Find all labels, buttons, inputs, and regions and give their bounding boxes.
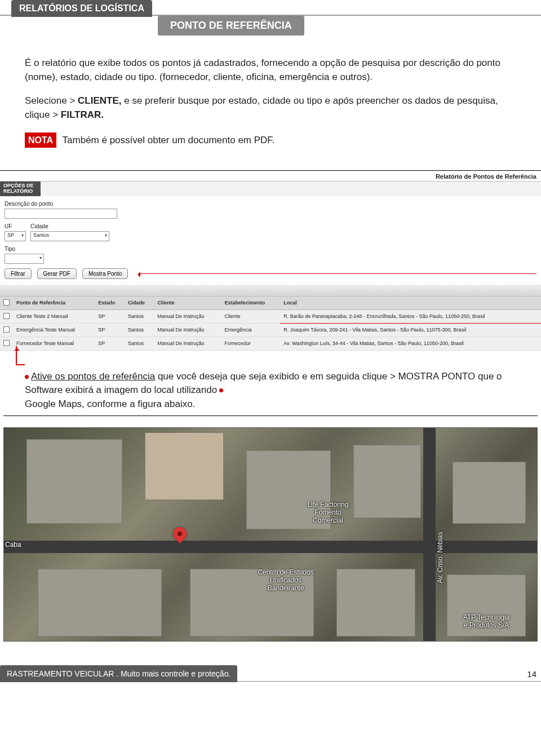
col-cidade: Cidade [125, 296, 154, 310]
map-building [336, 569, 415, 636]
map-building [26, 439, 122, 524]
cell-local: R. Barão de Paranapiacaba, 2-248 - Encru… [280, 310, 541, 323]
nota-badge: NOTA [25, 132, 56, 148]
map-screenshot: Caba Life FactoringFomentoComercial Cent… [3, 427, 538, 642]
map-label-caba: Caba [5, 541, 21, 549]
table-row: Fornecedor Teste Manual SP Santos Manual… [0, 337, 541, 350]
select-cidade-value: Santos [31, 231, 51, 239]
spacer-gradient [0, 285, 541, 296]
map-building [38, 569, 162, 636]
cell-local: R. Joaquim Távora, 209-241 - Vila Matias… [280, 323, 541, 337]
mostra-ponto-button[interactable]: Mostra Ponto [82, 268, 128, 279]
label-uf: UF [5, 223, 26, 229]
cell-ponto: Cliente Teste 2 Manual [13, 310, 95, 323]
bullet-icon [219, 388, 223, 392]
annotation-underline: Ative os pontos de referência [31, 371, 155, 382]
cell-cliente: Manual De Instrução [154, 310, 221, 323]
map-label-life-factoring: Life FactoringFomentoComercial [297, 501, 359, 524]
screenshot-report-panel: Relatório de Pontos de Referência OPÇÕES… [0, 170, 541, 351]
map-building [453, 462, 526, 524]
results-table: Ponto de Referência Estado Cidade Client… [0, 296, 541, 351]
col-ponto: Ponto de Referência [13, 296, 95, 310]
cell-estab: Fornecedor [221, 337, 281, 350]
panel-title: Relatório de Pontos de Referência [0, 171, 541, 182]
checkbox-all[interactable] [3, 299, 10, 306]
filter-area: Descrição do ponto UF SP Cidade Santos T… [0, 196, 541, 285]
select-uf-value: SP [5, 231, 16, 239]
footer-page-number: 14 [527, 669, 536, 679]
select-tipo[interactable] [5, 254, 44, 264]
cell-cliente: Manual De Instrução [154, 337, 221, 350]
table-header-row: Ponto de Referência Estado Cidade Client… [0, 296, 541, 310]
row-checkbox[interactable] [3, 326, 10, 333]
cell-estado: SP [95, 323, 125, 337]
cell-estab: Emergência [221, 323, 281, 337]
annotation-rule [3, 415, 538, 416]
map-building [145, 432, 224, 500]
paragraph-2: Selecione > CLIENTE, e se preferir busqu… [25, 94, 516, 122]
select-uf[interactable]: SP [5, 231, 26, 241]
label-tipo: Tipo [5, 246, 44, 252]
opcoes-relatorio-label: OPÇÕES DE RELATÓRIO [0, 182, 41, 196]
annotation-rest2: Google Maps, conforme a figura abaixo. [25, 399, 195, 409]
label-cidade: Cidade [30, 223, 109, 229]
callout-arrow-up-wrap [0, 351, 541, 368]
cell-cliente: Manual De Instrução [154, 323, 221, 337]
p2-bold1: CLIENTE, [78, 95, 121, 106]
nota-text: Também é possível obter um documento em … [60, 135, 274, 145]
footer-text: RASTREAMENTO VEICULAR . Muito mais contr… [0, 665, 237, 682]
cell-cidade: Santos [125, 310, 154, 323]
cell-estado: SP [95, 337, 125, 350]
col-local: Local [280, 296, 541, 310]
p2-bold2: FILTRAR. [61, 109, 104, 120]
annotation-text: Ative os pontos de referência que você d… [25, 370, 516, 412]
map-building [353, 445, 421, 518]
paragraph-nota: NOTA Também é possível obter um document… [25, 132, 516, 148]
input-descricao[interactable] [5, 209, 117, 219]
cell-cidade: Santos [125, 323, 154, 337]
callout-arrow-buttons [140, 273, 536, 274]
map-label-av-nebias: Av. Cnso. Nébias [437, 518, 445, 597]
col-estab: Estabelecimento [221, 296, 281, 310]
col-checkbox [0, 296, 13, 310]
cell-local: Av. Washington Luís, 34-44 - Vila Matias… [280, 337, 541, 350]
table-row: Cliente Teste 2 Manual SP Santos Manual … [0, 310, 541, 323]
bullet-icon [25, 375, 29, 379]
map-label-centro-estudos: Centro de EstudosUnificadosBandeirante [246, 569, 325, 592]
row-checkbox[interactable] [3, 340, 10, 346]
body-text: É o relatório que exibe todos os pontos … [25, 56, 516, 148]
footer-line: 14 [237, 665, 541, 682]
cell-estado: SP [95, 310, 125, 323]
row-checkbox[interactable] [3, 313, 10, 319]
tab-ponto-referencia: PONTO DE REFERÊNCIA [158, 16, 304, 36]
table-row: Emergência Teste Manual SP Santos Manual… [0, 323, 541, 337]
cell-cidade: Santos [125, 337, 154, 350]
col-cliente: Cliente [154, 296, 221, 310]
footer: RASTREAMENTO VEICULAR . Muito mais contr… [0, 665, 541, 682]
map-label-atp: ATP Tecnologiae Produtos S/A [453, 614, 520, 630]
gerar-pdf-button[interactable]: Gerar PDF [37, 268, 77, 279]
select-cidade[interactable]: Santos [30, 231, 109, 241]
tab-relatorios: RELATÓRIOS DE LOGÍSTICA [11, 0, 152, 17]
filtrar-button[interactable]: Filtrar [5, 268, 32, 279]
label-descricao: Descrição do ponto [5, 201, 117, 207]
map-road-horizontal [4, 541, 537, 553]
callout-arrow-up [16, 346, 25, 365]
header-tabs: RELATÓRIOS DE LOGÍSTICA PONTO DE REFERÊN… [0, 0, 541, 39]
cell-ponto: Emergência Teste Manual [13, 323, 95, 337]
cell-ponto: Fornecedor Teste Manual [13, 337, 95, 350]
p2-pre: Selecione > [25, 95, 78, 106]
paragraph-1: É o relatório que exibe todos os pontos … [25, 56, 516, 84]
cell-estab: Cliente [221, 310, 281, 323]
map-road-vertical [423, 428, 436, 641]
col-estado: Estado [95, 296, 125, 310]
